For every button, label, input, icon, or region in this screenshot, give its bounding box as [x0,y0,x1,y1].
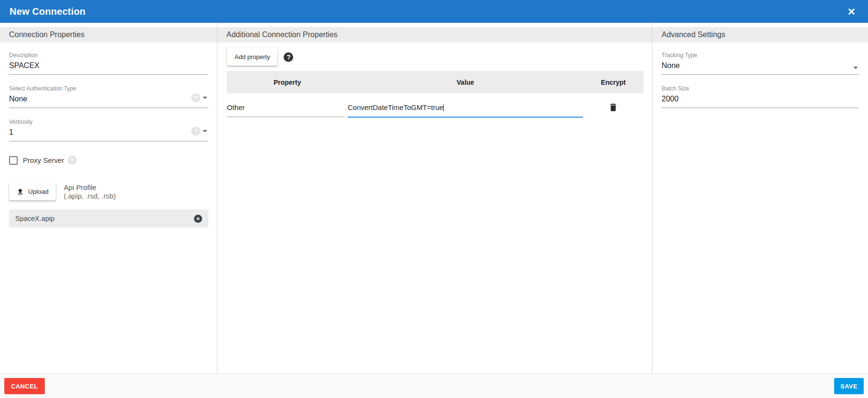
description-field[interactable]: Description SPACEX [9,52,208,75]
close-icon[interactable]: ✕ [844,6,858,18]
dialog-content: Connection Properties Description SPACEX… [0,23,868,374]
verbosity-help-icon: ? [191,127,200,136]
batch-size-input[interactable]: 2000 [662,92,859,108]
remove-file-icon[interactable]: ✕ [194,215,202,223]
tracking-type-field[interactable]: Tracking Type None [662,52,859,75]
tracking-type-select[interactable]: None [662,59,859,75]
proxy-server-label: Proxy Server [23,156,64,164]
auth-type-label: Select Authentication Type [9,85,208,92]
verbosity-label: Verbosity [9,119,208,125]
delete-property-button[interactable] [608,102,618,112]
auth-type-field[interactable]: Select Authentication Type None ? [9,85,208,108]
dialog-footer: CANCEL SAVE [0,374,868,398]
advanced-settings-panel: Advanced Settings Tracking Type None Bat… [652,23,868,374]
uploaded-file-name: SpaceX.apip [15,215,54,222]
properties-table: Property Value Encrypt Other ConvertDate… [227,71,643,118]
auth-type-caret-down-icon[interactable] [203,97,207,99]
column-header-encrypt: Encrypt [583,79,643,86]
add-property-row: Add property ? [227,48,643,66]
new-connection-dialog: New Connection ✕ Connection Properties D… [0,0,868,398]
proxy-server-row: Proxy Server ? [9,156,208,165]
auth-type-select[interactable]: None [9,92,208,108]
upload-button-label: Upload [28,188,49,195]
save-button[interactable]: SAVE [834,378,864,394]
additional-properties-header: Additional Connection Properties [217,27,652,42]
batch-size-field[interactable]: Batch Size 2000 [662,85,859,108]
upload-icon [16,188,24,196]
additional-properties-panel: Additional Connection Properties Add pro… [217,23,652,374]
property-value-input[interactable]: ConvertDateTimeToGMT=true [347,102,583,118]
api-profile-text: Api Profile (.apip, .rsd, .rsb) [64,183,116,200]
dialog-titlebar: New Connection ✕ [0,0,868,23]
upload-button[interactable]: Upload [9,183,56,200]
properties-table-header: Property Value Encrypt [227,71,643,93]
verbosity-field[interactable]: Verbosity 1 ? [9,119,208,141]
table-row: Other ConvertDateTimeToGMT=true [227,102,643,118]
column-header-value: Value [347,79,583,86]
tracking-type-caret-down-icon[interactable] [853,67,858,69]
api-profile-title: Api Profile [64,183,116,192]
add-property-button[interactable]: Add property [227,48,277,66]
batch-size-label: Batch Size [662,85,859,92]
connection-properties-header: Connection Properties [0,27,217,42]
uploaded-file-chip: SpaceX.apip ✕ [9,209,208,228]
column-header-property: Property [227,79,347,86]
verbosity-caret-down-icon[interactable] [203,130,207,132]
proxy-server-help-icon: ? [68,156,77,165]
text-cursor [443,104,444,111]
description-input[interactable]: SPACEX [9,59,208,75]
cancel-button[interactable]: CANCEL [4,378,45,394]
verbosity-select[interactable]: 1 [9,125,208,141]
dialog-title: New Connection [10,6,85,17]
add-property-help-icon[interactable]: ? [284,52,293,62]
tracking-type-label: Tracking Type [662,52,859,59]
api-profile-upload-row: Upload Api Profile (.apip, .rsd, .rsb) [9,183,208,200]
proxy-server-checkbox[interactable] [9,156,18,165]
trash-icon [608,102,618,112]
api-profile-extensions: (.apip, .rsd, .rsb) [64,192,116,200]
auth-type-help-icon: ? [191,93,200,102]
property-name-input[interactable]: Other [227,102,345,117]
advanced-settings-header: Advanced Settings [653,27,868,42]
description-label: Description [9,52,208,59]
connection-properties-panel: Connection Properties Description SPACEX… [0,23,217,374]
